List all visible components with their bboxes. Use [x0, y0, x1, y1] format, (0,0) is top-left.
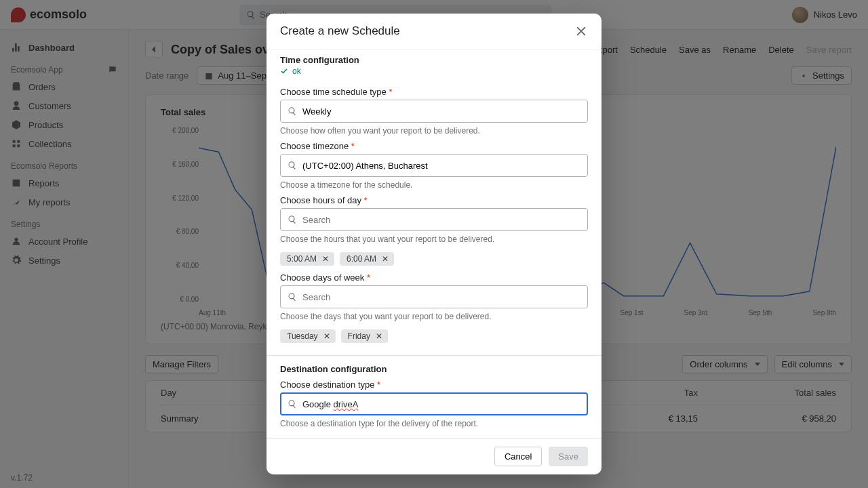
timezone-label: Choose timezone *	[280, 141, 588, 151]
timezone-input[interactable]	[302, 161, 580, 171]
search-icon	[288, 399, 297, 409]
hours-help: Choose the hours that you want your repo…	[280, 235, 588, 244]
days-help: Choose the days that you want your repor…	[280, 312, 588, 321]
chip-day: Friday✕	[341, 329, 388, 343]
check-icon	[280, 67, 288, 75]
search-icon	[288, 292, 297, 302]
chip-hour: 5:00 AM✕	[280, 252, 334, 266]
chip-remove[interactable]: ✕	[321, 254, 330, 264]
cancel-button[interactable]: Cancel	[494, 447, 542, 466]
hour-chips: 5:00 AM✕ 6:00 AM✕	[267, 245, 601, 268]
dest-config-heading: Destination configuration	[267, 360, 601, 375]
chip-day: Tuesday✕	[280, 329, 336, 343]
chip-remove[interactable]: ✕	[374, 331, 384, 341]
hours-input[interactable]	[302, 215, 580, 225]
timezone-help: Choose a timezone for the schedule.	[280, 180, 588, 190]
days-input[interactable]	[302, 292, 580, 302]
search-icon	[288, 215, 297, 224]
modal-overlay[interactable]: Create a new Schedule Time configuration…	[0, 0, 868, 488]
schedule-type-select[interactable]	[280, 100, 588, 123]
hours-label: Choose hours of day *	[280, 195, 588, 205]
days-select[interactable]	[280, 285, 588, 308]
dest-type-help: Choose a destination type for the delive…	[280, 419, 588, 428]
schedule-modal: Create a new Schedule Time configuration…	[267, 14, 601, 474]
chip-remove[interactable]: ✕	[380, 254, 390, 264]
chip-hour: 6:00 AM✕	[340, 252, 394, 266]
time-config-heading: Time configuration	[267, 51, 601, 66]
schedule-type-input[interactable]	[302, 106, 580, 117]
dest-type-select[interactable]: Google driveA	[280, 392, 588, 415]
chip-remove[interactable]: ✕	[322, 331, 332, 341]
search-icon	[288, 161, 297, 170]
schedule-type-help: Choose how often you want your report to…	[280, 126, 588, 136]
search-icon	[288, 106, 297, 116]
days-label: Choose days of week *	[280, 272, 588, 283]
timezone-select[interactable]	[280, 154, 588, 177]
close-icon[interactable]	[574, 24, 588, 38]
validation-ok: ok	[267, 66, 601, 83]
save-button[interactable]: Save	[549, 447, 588, 466]
dest-type-input[interactable]: Google driveA	[302, 399, 580, 409]
day-chips: Tuesday✕ Friday✕	[267, 323, 601, 346]
schedule-type-label: Choose time schedule type *	[280, 87, 588, 97]
dest-type-label: Choose destination type *	[280, 380, 588, 390]
hours-select[interactable]	[280, 208, 588, 231]
modal-title: Create a new Schedule	[280, 24, 400, 38]
